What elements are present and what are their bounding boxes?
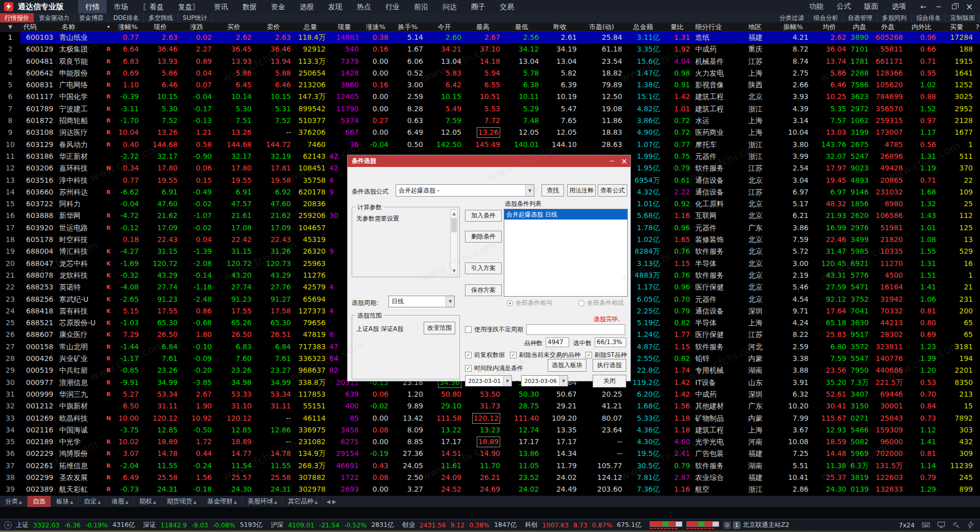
- date-to-combo[interactable]: 2023-03-06 ▼: [521, 375, 568, 386]
- toolbar-tab[interactable]: 行情报价: [0, 13, 34, 22]
- table-row[interactable]: 1600103青山纸业0.772.630.022.622.63118.4万148…: [0, 32, 980, 43]
- chevron-down-icon[interactable]: ▼: [525, 185, 534, 196]
- find-button[interactable]: 查找: [542, 184, 564, 197]
- import-plan-button[interactable]: 引入方案: [465, 262, 502, 274]
- toolbar-action[interactable]: 自选管理: [843, 13, 877, 22]
- col-header-amplitude[interactable]: 振幅%: [776, 22, 811, 32]
- menu-item-right[interactable]: 公式: [831, 2, 856, 11]
- table-row[interactable]: 39002389航天彩虹R-0.7324.31-0.1824.3024.3130…: [0, 483, 980, 495]
- scroll-down-icon[interactable]: ▼: [452, 267, 455, 274]
- col-header-price[interactable]: 现价: [141, 22, 180, 32]
- col-header-volume[interactable]: 总量: [293, 22, 328, 32]
- menu-item[interactable]: 复盘〗: [171, 0, 207, 13]
- table-row[interactable]: 31000999华润三九R5.2753.342.6753.3353.341178…: [0, 389, 980, 400]
- menu-item[interactable]: 交易: [493, 0, 521, 13]
- col-header-cur-volume[interactable]: 现量: [328, 22, 361, 32]
- col-header-pct-chg[interactable]: 涨幅%: [115, 22, 141, 32]
- table-row[interactable]: 34002116中国海诚-3.7512.85-0.5012.8512.86336…: [0, 424, 980, 436]
- col-header-code[interactable]: 代码: [20, 22, 59, 32]
- col-header-change[interactable]: 涨跌: [180, 22, 214, 32]
- col-header-region[interactable]: 地区: [745, 22, 776, 32]
- bottom-tab-其它品种[interactable]: 其它品种▲: [283, 496, 323, 507]
- menu-item[interactable]: 发现: [321, 0, 350, 13]
- radio-all-and[interactable]: 全部条件相与: [507, 299, 552, 307]
- toolbar-tab[interactable]: 资金驱动力: [34, 13, 75, 22]
- close-dialog-button[interactable]: 关闭: [593, 375, 626, 388]
- toolbar-tab[interactable]: SUP统计: [178, 13, 212, 22]
- bottom-tab-港股[interactable]: 港股▲: [106, 496, 134, 507]
- keyboard-icon[interactable]: [922, 521, 930, 528]
- col-header-buy[interactable]: 买价: [214, 22, 254, 32]
- table-row[interactable]: 9603108润达医疗R10.0413.261.2113.26--3762066…: [0, 127, 980, 138]
- connection-icon[interactable]: ⊙: [723, 521, 731, 529]
- table-row[interactable]: 36002229鸿博股份R3.0714.780.4414.7714.78134.…: [0, 448, 980, 460]
- bottom-tab-基金理财[interactable]: 基金理财▲: [202, 496, 242, 507]
- checkbox-remove-st[interactable]: ✓剔除ST品种: [585, 351, 627, 359]
- col-header-name[interactable]: 名称: [59, 22, 102, 32]
- table-row[interactable]: 33001269欧晶科技N10.00120.1210.92120.12--461…: [0, 413, 980, 424]
- menu-item[interactable]: 数据: [235, 0, 264, 13]
- change-range-button[interactable]: 改变范围: [424, 322, 455, 334]
- col-header-pe[interactable]: 市盈(动): [579, 22, 624, 32]
- params-scrollbar[interactable]: ▲ ▼: [450, 209, 458, 275]
- close-icon[interactable]: ×: [964, 2, 975, 12]
- menu-item-right[interactable]: 功能: [803, 2, 829, 11]
- col-header-inner-vol[interactable]: 内盘: [848, 22, 871, 32]
- restore-icon[interactable]: [948, 2, 960, 12]
- filter-icon[interactable]: ▼: [0, 22, 20, 32]
- add-condition-button[interactable]: 加入条件: [465, 210, 502, 222]
- bottom-tab-自选[interactable]: 自选: [28, 496, 51, 507]
- toolbar-action[interactable]: 定制版面: [946, 13, 980, 22]
- table-row[interactable]: 37002261拓维信息R-2.0411.55-0.2411.5411.5526…: [0, 460, 980, 472]
- index-沪深[interactable]: 沪深4109.01-21.54-0.52%2831亿: [271, 521, 394, 529]
- menu-item-right[interactable]: 版面: [859, 2, 884, 11]
- table-row[interactable]: 4600642申能股份R0.695.860.045.865.8825065414…: [0, 67, 980, 79]
- col-header-prev-close[interactable]: 昨收: [541, 22, 579, 32]
- checkbox-remove-untraded[interactable]: ✓剔除当前未交易的品种: [510, 351, 580, 359]
- menu-item[interactable]: 热点: [350, 0, 378, 13]
- col-header-open[interactable]: 今开: [425, 22, 463, 32]
- condition-list-item[interactable]: 合并起爆选股 日线: [504, 209, 627, 220]
- table-row[interactable]: 2600129太极集团R6.6436.462.2736.4536.4692912…: [0, 43, 980, 55]
- toolbar-action[interactable]: 组合分析: [809, 13, 843, 22]
- lightning-icon[interactable]: [968, 521, 974, 528]
- index-科创[interactable]: 科创1007.638.730.87%675.1亿: [525, 521, 642, 529]
- radio-all-or[interactable]: 全部条件相或: [578, 299, 624, 307]
- menu-item[interactable]: 行业: [378, 0, 407, 13]
- table-row[interactable]: 6601117中国化学R-0.3910.15-0.0410.1410.15147…: [0, 91, 980, 103]
- pick-to-block-button[interactable]: 选股入板块: [548, 359, 586, 372]
- index-上证[interactable]: 上证3322.03-6.36-0.19%4316亿: [16, 521, 135, 529]
- collapse-icon[interactable]: «: [4, 521, 12, 529]
- col-header-in-out-ratio[interactable]: 内外比: [905, 22, 938, 32]
- scroll-up-icon[interactable]: ▲: [452, 210, 455, 217]
- table-row[interactable]: 3600481双良节能R6.8313.930.8913.9313.94113.3…: [0, 56, 980, 67]
- table-row[interactable]: 10603129春风动力R0.40144.680.58144.68144.727…: [0, 139, 980, 151]
- bottom-tab-美股环球[interactable]: 美股环球▲: [242, 496, 283, 507]
- table-row[interactable]: 35002189中光学R10.0218.891.7218.89--2310826…: [0, 436, 980, 448]
- execute-pick-button[interactable]: 执行选股: [593, 359, 626, 372]
- chevron-down-icon[interactable]: ▼: [503, 376, 511, 386]
- bottom-tab-期货现货[interactable]: 期货现货▲: [162, 496, 202, 507]
- col-header-speed[interactable]: 涨速%: [361, 22, 390, 32]
- tab-scroll-arrows[interactable]: ◀▶: [323, 499, 341, 504]
- satellite-icon[interactable]: [952, 521, 961, 528]
- col-header-sell[interactable]: 卖价: [254, 22, 293, 32]
- bottom-tab-板块[interactable]: 板块▲: [51, 496, 79, 507]
- toolbar-action[interactable]: 多股同列: [877, 13, 912, 22]
- menu-item[interactable]: 〖看盘: [135, 0, 171, 13]
- server-name[interactable]: 北京联通主站Z2: [743, 521, 790, 529]
- bottom-tab-自定[interactable]: 自定▲: [79, 496, 106, 507]
- table-row[interactable]: 5600831广电网络R1.106.460.076.456.4621320638…: [0, 79, 980, 91]
- menu-item[interactable]: 问达: [435, 0, 464, 13]
- menu-item[interactable]: 前沿: [407, 0, 435, 13]
- table-row[interactable]: 8601872招商轮船R-1.707.52-0.137.517.52510377…: [0, 115, 980, 127]
- menu-item[interactable]: 选股: [292, 0, 321, 13]
- col-header-industry[interactable]: 细分行业: [692, 22, 745, 32]
- dialog-title-bar[interactable]: 条件选股 ─ ×: [348, 155, 630, 167]
- col-header-avg-price[interactable]: 均价: [811, 22, 848, 32]
- period-combo[interactable]: 日线 ▼: [388, 296, 455, 307]
- usage-notes-button[interactable]: 用法注释: [567, 184, 596, 197]
- chevron-down-icon[interactable]: ▼: [446, 296, 454, 307]
- col-header-buy-vol[interactable]: 买量: [938, 22, 975, 32]
- delete-condition-button[interactable]: 删除条件: [465, 231, 502, 243]
